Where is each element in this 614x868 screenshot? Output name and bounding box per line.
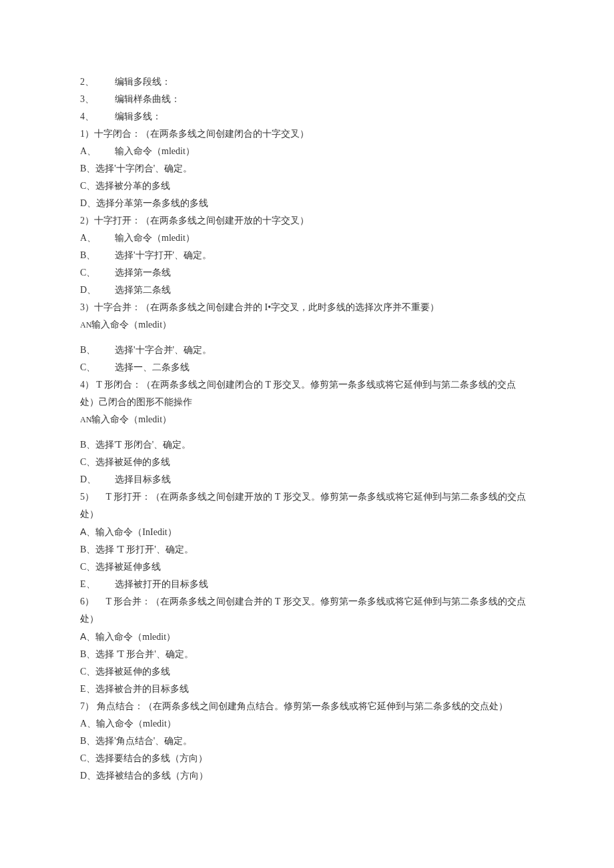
text-line: B、选择'T 形闭合'、确定。 — [80, 436, 534, 454]
an-label: A — [80, 415, 86, 424]
text-line: C、选择被延伸的多线 — [80, 454, 534, 471]
list-marker: C、 — [80, 359, 115, 376]
list-text: 输入命令（mledit） — [115, 233, 195, 243]
list-marker: A — [80, 526, 86, 537]
text-line: E、选择被打开的目标多线 — [80, 576, 534, 593]
text-line: 3）十字合并：（在两条多线之间创建合并的 I•字交叉，此时多线的选择次序并不重要… — [80, 299, 534, 316]
text-line: 7） 角点结合：（在两条多线之间创建角点结合。修剪第一条多线或将它延伸到与第二条… — [80, 698, 534, 715]
list-text: 选择'十字合并'、确定。 — [115, 345, 212, 355]
text-line: A、输入命令（mledit） — [80, 628, 534, 646]
list-text: 选择一、二条多线 — [115, 362, 190, 372]
list-text: 输入命令（mledit） — [115, 146, 195, 156]
spacer — [80, 334, 534, 342]
list-marker: 3、 — [80, 91, 115, 108]
text-line: D、选择被结合的多线（方向） — [80, 767, 534, 785]
text-line: 4） T 形闭合：（在两条多线之间创建闭合的 T 形交叉。修剪第一条多线或将它延… — [80, 376, 534, 411]
list-marker: A — [80, 631, 86, 642]
an-label: A — [80, 320, 86, 330]
text-line: D、选择第二条线 — [80, 282, 534, 299]
text-line: C、选择要结合的多线（方向） — [80, 750, 534, 767]
list-text: 选择被打开的目标多线 — [115, 579, 208, 589]
list-marker: A、 — [80, 230, 115, 247]
spacer — [80, 428, 534, 436]
text-line: B、选择'十字打开'、确定。 — [80, 247, 534, 264]
text-line: A、输入命令（mledit） — [80, 715, 534, 733]
text-line: C、选择被分革的多线 — [80, 177, 534, 195]
text-line: 6） T 形合并：（在两条多线之间创建合并的 T 形交叉。修剪第一条多线或将它延… — [80, 593, 534, 628]
list-text: 选择目标多线 — [115, 474, 171, 484]
list-text: 输入命令（mledit） — [91, 320, 172, 330]
text-line: A、输入命令（mledit） — [80, 143, 534, 160]
text-line: D、选择分革第一条多线的多线 — [80, 195, 534, 212]
list-marker: 4、 — [80, 108, 115, 125]
list-text: 、输入命令（InIedit） — [86, 527, 176, 537]
text-line: C、选择一、二条多线 — [80, 359, 534, 376]
text-line: B、选择'十字合并'、确定。 — [80, 342, 534, 359]
text-line: 2、编辑多段线： — [80, 73, 534, 91]
text-line: B、选择 'T 形打开'、确定。 — [80, 541, 534, 558]
list-text: 编辑样条曲线： — [115, 94, 180, 104]
text-line: B、选择'角点结合'、确定。 — [80, 733, 534, 750]
text-line: B、选择'十字闭合'、确定。 — [80, 160, 534, 177]
list-marker: C、 — [80, 264, 115, 282]
list-text: 输入命令（mledit） — [91, 414, 172, 424]
text-line: C、选择第一条线 — [80, 264, 534, 282]
list-text: 选择第一条线 — [115, 268, 171, 278]
list-marker: E、 — [80, 576, 115, 593]
text-line: C、选择被延伸多线 — [80, 558, 534, 576]
list-text: 编辑多线： — [115, 111, 162, 121]
list-text: 编辑多段线： — [115, 77, 171, 87]
list-text: 选择第二条线 — [115, 285, 171, 295]
list-text: 、输入命令（mledit） — [86, 632, 176, 642]
text-line: 3、编辑样条曲线： — [80, 91, 534, 108]
text-line: C、选择被延伸的多线 — [80, 663, 534, 681]
text-line: AN输入命令（mledit） — [80, 316, 534, 334]
text-line: D、选择目标多线 — [80, 471, 534, 488]
list-marker: A、 — [80, 143, 115, 160]
text-line: 2）十字打开：（在两条多线之间创建开放的十字交叉） — [80, 212, 534, 230]
text-line: E、选择被合并的目标多线 — [80, 681, 534, 698]
list-marker: B、 — [80, 342, 115, 359]
list-marker: 2、 — [80, 73, 115, 91]
text-line: B、选择 'T 形合并'、确定。 — [80, 646, 534, 663]
text-line: 1）十字闭合：（在两条多线之间创建闭合的十字交叉） — [80, 125, 534, 143]
text-line: 4、编辑多线： — [80, 108, 534, 125]
text-line: A、输入命令（InIedit） — [80, 523, 534, 541]
document-body: 2、编辑多段线： 3、编辑样条曲线： 4、编辑多线： 1）十字闭合：（在两条多线… — [80, 73, 534, 785]
text-line: 5） T 形打开：（在两条多线之间创建开放的 T 形交叉。修剪第一条多线或将它延… — [80, 488, 534, 523]
text-line: AN输入命令（mledit） — [80, 411, 534, 428]
text-line: A、输入命令（mledit） — [80, 230, 534, 247]
list-marker: B、 — [80, 247, 115, 264]
list-marker: D、 — [80, 282, 115, 299]
list-text: 选择'十字打开'、确定。 — [115, 250, 212, 260]
list-marker: D、 — [80, 471, 115, 488]
